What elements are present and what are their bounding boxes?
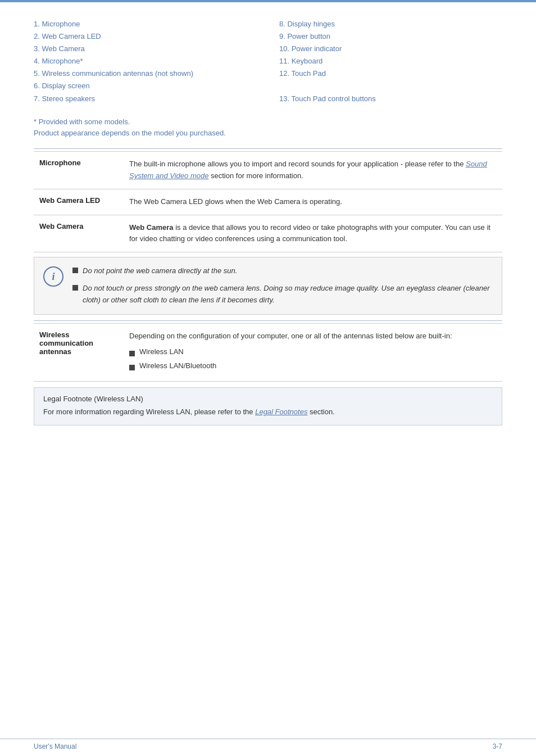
legal-footnotes-link[interactable]: Legal Footnotes (255, 408, 307, 416)
list-item: 4. Microphone* (34, 55, 257, 67)
feature-row-webcam: Web Camera Web Camera is a device that a… (34, 215, 502, 252)
bullet-icon (72, 285, 78, 291)
bullet-icon (72, 268, 78, 273)
wireless-label-line1: Wireless (39, 331, 69, 339)
legal-desc-plain: For more information regarding Wireless … (43, 408, 255, 416)
feature-label-webcam-led: Web Camera LED (34, 189, 124, 215)
note-line2: Product appearance depends on the model … (34, 128, 502, 139)
bullet-icon (129, 351, 135, 356)
list-item: 13. Touch Pad control buttons (279, 93, 502, 105)
divider-2 (34, 320, 502, 321)
feature-desc-webcam-led: The Web Camera LED glows when the Web Ca… (124, 189, 502, 215)
wireless-label-line3: antennas (39, 347, 71, 356)
wireless-list: Wireless LAN Wireless LAN/Bluetooth (129, 346, 497, 372)
list-item: 2. Web Camera LED (34, 30, 257, 43)
feature-table: Microphone The built-in microphone allow… (34, 151, 502, 252)
legal-box: Legal Footnote (Wireless LAN) For more i… (34, 387, 502, 425)
footer-right: 3-7 (493, 743, 502, 750)
wireless-row: Wireless communication antennas Dependin… (34, 323, 502, 381)
list-item: 12. Touch Pad (279, 67, 502, 80)
microphone-desc-text: The built-in microphone allows you to im… (129, 160, 466, 168)
page: 1. Microphone 2. Web Camera LED 3. Web C… (0, 0, 536, 756)
content: 1. Microphone 2. Web Camera LED 3. Web C… (0, 2, 536, 448)
wireless-desc: Depending on the configuration of your c… (124, 323, 502, 381)
left-numbered-col: 1. Microphone 2. Web Camera LED 3. Web C… (34, 18, 257, 105)
feature-row-microphone: Microphone The built-in microphone allow… (34, 152, 502, 189)
list-item: 6. Display screen (34, 80, 257, 92)
info-note-1: Do not point the web camera directly at … (72, 265, 493, 277)
wireless-label-line2: communication (39, 339, 93, 347)
feature-desc-microphone: The built-in microphone allows you to im… (124, 152, 502, 189)
legal-desc-end: section. (307, 408, 334, 416)
legal-title: Legal Footnote (Wireless LAN) (43, 395, 493, 403)
divider (34, 148, 502, 149)
feature-row-webcam-led: Web Camera LED The Web Camera LED glows … (34, 189, 502, 215)
wireless-label: Wireless communication antennas (34, 323, 124, 381)
feature-label-webcam: Web Camera (34, 215, 124, 252)
list-item: 9. Power button (279, 30, 502, 43)
info-note-2: Do not touch or press strongly on the we… (72, 283, 493, 306)
info-icon: i (43, 266, 63, 287)
wireless-item-2: Wireless LAN/Bluetooth (129, 360, 497, 372)
webcam-bold-start: Web Camera (129, 223, 174, 232)
feature-desc-webcam: Web Camera is a device that allows you t… (124, 215, 502, 252)
info-note-2-text: Do not touch or press strongly on the we… (83, 283, 493, 306)
webcam-desc-text: is a device that allows you to record vi… (129, 223, 490, 243)
numbered-list-section: 1. Microphone 2. Web Camera LED 3. Web C… (34, 12, 502, 111)
wireless-desc-intro: Depending on the configuration of your c… (129, 332, 452, 340)
footer: User's Manual 3-7 (0, 739, 536, 750)
list-item: 3. Web Camera (34, 43, 257, 55)
wireless-item-1-text: Wireless LAN (139, 346, 184, 358)
bullet-icon (129, 365, 135, 370)
list-item (279, 80, 502, 92)
info-box: i Do not point the web camera directly a… (34, 257, 502, 314)
list-item: 11. Keyboard (279, 55, 502, 67)
right-numbered-col: 8. Display hinges 9. Power button 10. Po… (279, 18, 502, 105)
note-line1: * Provided with some models. (34, 116, 502, 128)
feature-label-microphone: Microphone (34, 152, 124, 189)
list-item: 1. Microphone (34, 18, 257, 30)
list-item: 7. Stereo speakers (34, 93, 257, 105)
list-item: 10. Power indicator (279, 43, 502, 55)
webcam-led-desc: The Web Camera LED glows when the Web Ca… (129, 197, 342, 206)
wireless-item-2-text: Wireless LAN/Bluetooth (139, 360, 216, 372)
microphone-desc-end: section for more information. (208, 171, 303, 180)
wireless-item-1: Wireless LAN (129, 346, 497, 358)
list-item: 8. Display hinges (279, 18, 502, 30)
info-notes: Do not point the web camera directly at … (72, 265, 493, 306)
footer-left: User's Manual (34, 743, 76, 750)
info-note-1-text: Do not point the web camera directly at … (83, 265, 237, 277)
notes-section: * Provided with some models. Product app… (34, 116, 502, 140)
wireless-table: Wireless communication antennas Dependin… (34, 323, 502, 382)
list-item: 5. Wireless communication antennas (not … (34, 67, 257, 80)
legal-desc: For more information regarding Wireless … (43, 406, 493, 418)
